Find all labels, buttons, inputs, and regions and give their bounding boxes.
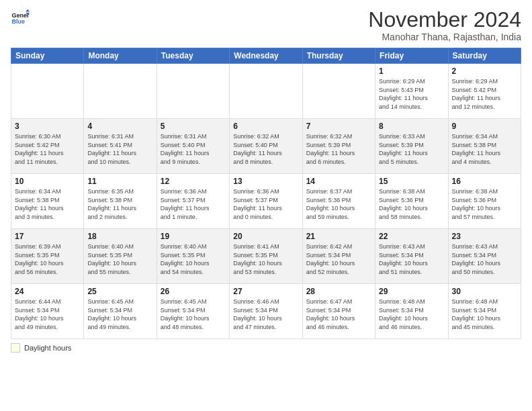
table-row xyxy=(157,64,229,119)
calendar-week-row: 3Sunrise: 6:30 AM Sunset: 5:42 PM Daylig… xyxy=(11,119,521,174)
day-info: Sunrise: 6:33 AM Sunset: 5:39 PM Dayligh… xyxy=(379,132,444,166)
day-info: Sunrise: 6:34 AM Sunset: 5:38 PM Dayligh… xyxy=(452,132,517,166)
day-info: Sunrise: 6:38 AM Sunset: 5:36 PM Dayligh… xyxy=(379,187,444,221)
day-number: 10 xyxy=(15,177,80,186)
calendar-week-row: 17Sunrise: 6:39 AM Sunset: 5:35 PM Dayli… xyxy=(11,229,521,284)
day-info: Sunrise: 6:37 AM Sunset: 5:36 PM Dayligh… xyxy=(306,187,371,221)
day-number: 17 xyxy=(15,232,80,241)
table-row xyxy=(11,64,84,119)
day-info: Sunrise: 6:47 AM Sunset: 5:34 PM Dayligh… xyxy=(306,298,371,331)
table-row: 22Sunrise: 6:43 AM Sunset: 5:34 PM Dayli… xyxy=(375,229,448,284)
svg-text:Blue: Blue xyxy=(11,18,25,25)
day-number: 26 xyxy=(161,287,226,296)
table-row: 5Sunrise: 6:31 AM Sunset: 5:40 PM Daylig… xyxy=(157,119,229,174)
table-row: 7Sunrise: 6:32 AM Sunset: 5:39 PM Daylig… xyxy=(302,119,375,174)
table-row: 21Sunrise: 6:42 AM Sunset: 5:34 PM Dayli… xyxy=(302,229,375,284)
day-number: 5 xyxy=(161,122,226,131)
calendar-week-row: 1Sunrise: 6:29 AM Sunset: 5:43 PM Daylig… xyxy=(11,64,521,119)
day-info: Sunrise: 6:43 AM Sunset: 5:34 PM Dayligh… xyxy=(379,242,444,276)
table-row: 12Sunrise: 6:36 AM Sunset: 5:37 PM Dayli… xyxy=(157,174,229,229)
table-row: 4Sunrise: 6:31 AM Sunset: 5:41 PM Daylig… xyxy=(84,119,157,174)
day-number: 4 xyxy=(87,122,152,131)
day-info: Sunrise: 6:31 AM Sunset: 5:40 PM Dayligh… xyxy=(161,132,226,166)
table-row: 8Sunrise: 6:33 AM Sunset: 5:39 PM Daylig… xyxy=(375,119,448,174)
day-info: Sunrise: 6:44 AM Sunset: 5:34 PM Dayligh… xyxy=(15,298,80,331)
table-row xyxy=(84,64,157,119)
table-row xyxy=(230,64,302,119)
calendar-week-row: 10Sunrise: 6:34 AM Sunset: 5:38 PM Dayli… xyxy=(11,174,521,229)
day-number: 12 xyxy=(161,177,226,186)
day-info: Sunrise: 6:29 AM Sunset: 5:42 PM Dayligh… xyxy=(452,77,517,111)
day-number: 3 xyxy=(15,122,80,131)
table-row: 20Sunrise: 6:41 AM Sunset: 5:35 PM Dayli… xyxy=(230,229,302,284)
table-row: 9Sunrise: 6:34 AM Sunset: 5:38 PM Daylig… xyxy=(448,119,521,174)
calendar-header-row: Sunday Monday Tuesday Wednesday Thursday… xyxy=(11,48,521,64)
col-monday: Monday xyxy=(84,48,157,64)
table-row: 1Sunrise: 6:29 AM Sunset: 5:43 PM Daylig… xyxy=(375,64,448,119)
table-row: 18Sunrise: 6:40 AM Sunset: 5:35 PM Dayli… xyxy=(84,229,157,284)
day-number: 29 xyxy=(379,287,444,296)
table-row: 30Sunrise: 6:48 AM Sunset: 5:34 PM Dayli… xyxy=(448,284,521,339)
day-number: 15 xyxy=(379,177,444,186)
table-row: 13Sunrise: 6:36 AM Sunset: 5:37 PM Dayli… xyxy=(230,174,302,229)
day-number: 21 xyxy=(306,232,371,241)
day-number: 9 xyxy=(452,122,517,131)
table-row: 11Sunrise: 6:35 AM Sunset: 5:38 PM Dayli… xyxy=(84,174,157,229)
title-block: November 2024 Manohar Thana, Rajasthan, … xyxy=(368,8,521,42)
day-number: 18 xyxy=(87,232,152,241)
col-saturday: Saturday xyxy=(448,48,521,64)
table-row: 25Sunrise: 6:45 AM Sunset: 5:34 PM Dayli… xyxy=(84,284,157,339)
day-number: 23 xyxy=(452,232,517,241)
table-row: 6Sunrise: 6:32 AM Sunset: 5:40 PM Daylig… xyxy=(230,119,302,174)
table-row: 26Sunrise: 6:45 AM Sunset: 5:34 PM Dayli… xyxy=(157,284,229,339)
calendar-title: November 2024 xyxy=(368,8,521,32)
day-number: 14 xyxy=(306,177,371,186)
day-info: Sunrise: 6:35 AM Sunset: 5:38 PM Dayligh… xyxy=(87,187,152,221)
table-row: 27Sunrise: 6:46 AM Sunset: 5:34 PM Dayli… xyxy=(230,284,302,339)
day-number: 22 xyxy=(379,232,444,241)
legend-label: Daylight hours xyxy=(24,344,71,352)
svg-marker-2 xyxy=(26,9,30,11)
day-info: Sunrise: 6:29 AM Sunset: 5:43 PM Dayligh… xyxy=(379,77,444,111)
day-number: 27 xyxy=(233,287,298,296)
day-info: Sunrise: 6:40 AM Sunset: 5:35 PM Dayligh… xyxy=(161,242,226,276)
calendar-page: General Blue November 2024 Manohar Thana… xyxy=(0,0,532,411)
day-number: 19 xyxy=(161,232,226,241)
day-number: 6 xyxy=(233,122,298,131)
day-info: Sunrise: 6:32 AM Sunset: 5:40 PM Dayligh… xyxy=(233,132,298,166)
day-info: Sunrise: 6:38 AM Sunset: 5:36 PM Dayligh… xyxy=(452,187,517,221)
day-number: 8 xyxy=(379,122,444,131)
day-number: 28 xyxy=(306,287,371,296)
day-info: Sunrise: 6:32 AM Sunset: 5:39 PM Dayligh… xyxy=(306,132,371,166)
day-info: Sunrise: 6:46 AM Sunset: 5:34 PM Dayligh… xyxy=(233,298,298,331)
table-row: 16Sunrise: 6:38 AM Sunset: 5:36 PM Dayli… xyxy=(448,174,521,229)
day-number: 25 xyxy=(87,287,152,296)
day-info: Sunrise: 6:34 AM Sunset: 5:38 PM Dayligh… xyxy=(15,187,80,221)
logo: General Blue xyxy=(11,8,30,27)
table-row: 29Sunrise: 6:48 AM Sunset: 5:34 PM Dayli… xyxy=(375,284,448,339)
table-row: 19Sunrise: 6:40 AM Sunset: 5:35 PM Dayli… xyxy=(157,229,229,284)
table-row xyxy=(302,64,375,119)
table-row: 2Sunrise: 6:29 AM Sunset: 5:42 PM Daylig… xyxy=(448,64,521,119)
day-info: Sunrise: 6:31 AM Sunset: 5:41 PM Dayligh… xyxy=(87,132,152,166)
table-row: 10Sunrise: 6:34 AM Sunset: 5:38 PM Dayli… xyxy=(11,174,84,229)
day-number: 20 xyxy=(233,232,298,241)
legend: Daylight hours xyxy=(11,343,521,353)
day-number: 13 xyxy=(233,177,298,186)
col-thursday: Thursday xyxy=(302,48,375,64)
col-friday: Friday xyxy=(375,48,448,64)
day-info: Sunrise: 6:41 AM Sunset: 5:35 PM Dayligh… xyxy=(233,242,298,276)
day-info: Sunrise: 6:40 AM Sunset: 5:35 PM Dayligh… xyxy=(87,242,152,276)
calendar-subtitle: Manohar Thana, Rajasthan, India xyxy=(368,32,521,42)
day-info: Sunrise: 6:36 AM Sunset: 5:37 PM Dayligh… xyxy=(233,187,298,221)
table-row: 15Sunrise: 6:38 AM Sunset: 5:36 PM Dayli… xyxy=(375,174,448,229)
table-row: 28Sunrise: 6:47 AM Sunset: 5:34 PM Dayli… xyxy=(302,284,375,339)
calendar-week-row: 24Sunrise: 6:44 AM Sunset: 5:34 PM Dayli… xyxy=(11,284,521,339)
day-info: Sunrise: 6:45 AM Sunset: 5:34 PM Dayligh… xyxy=(87,298,152,331)
day-info: Sunrise: 6:45 AM Sunset: 5:34 PM Dayligh… xyxy=(161,298,226,331)
day-number: 11 xyxy=(87,177,152,186)
day-info: Sunrise: 6:36 AM Sunset: 5:37 PM Dayligh… xyxy=(161,187,226,221)
day-info: Sunrise: 6:42 AM Sunset: 5:34 PM Dayligh… xyxy=(306,242,371,276)
table-row: 14Sunrise: 6:37 AM Sunset: 5:36 PM Dayli… xyxy=(302,174,375,229)
col-wednesday: Wednesday xyxy=(230,48,302,64)
